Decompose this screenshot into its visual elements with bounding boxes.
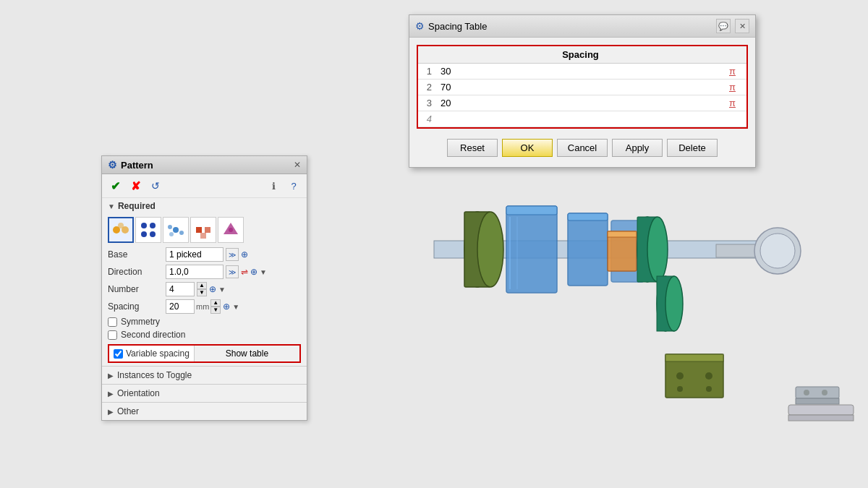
cancel-button[interactable]: ✘ xyxy=(127,177,144,194)
pattern-icon-1[interactable] xyxy=(108,217,134,243)
row-value-input[interactable] xyxy=(441,98,498,108)
confirm-button[interactable]: ✔ xyxy=(106,177,124,194)
spacing-property-row: Spacing mm ▲ ▼ ⊕ ▼ xyxy=(102,298,307,315)
svg-rect-32 xyxy=(788,405,854,415)
ok-button[interactable]: OK xyxy=(502,139,553,157)
instances-to-toggle-section[interactable]: ▶ Instances to Toggle xyxy=(102,366,307,384)
add-item-cell[interactable] xyxy=(436,111,746,127)
instances-collapse-icon: ▶ xyxy=(108,372,114,380)
symmetry-label: Symmetry xyxy=(121,317,160,327)
direction-expand-btn[interactable]: ≫ xyxy=(226,265,239,278)
variable-spacing-checkbox[interactable] xyxy=(114,349,123,359)
row-value-cell[interactable] xyxy=(436,80,725,95)
row-formula-icon[interactable]: π xyxy=(725,95,746,111)
svg-point-46 xyxy=(179,231,184,235)
row-formula-icon[interactable]: π xyxy=(725,64,746,80)
spacing-input[interactable] xyxy=(166,299,195,314)
show-table-label: Show table xyxy=(226,348,268,359)
variable-spacing-check-area[interactable]: Variable spacing xyxy=(109,346,194,361)
svg-point-45 xyxy=(168,225,172,229)
direction-dropdown-icon[interactable]: ▼ xyxy=(260,268,267,276)
reset-button[interactable]: Reset xyxy=(447,139,498,157)
svg-point-21 xyxy=(676,372,684,380)
pattern-icon-2[interactable] xyxy=(135,217,161,243)
table-row: 3 π xyxy=(418,95,746,111)
table-row: 2 π xyxy=(418,80,746,95)
cancel-button-dialog[interactable]: Cancel xyxy=(557,139,608,157)
number-increment-btn[interactable]: ▲ xyxy=(197,282,207,289)
delete-button[interactable]: Delete xyxy=(667,139,718,157)
refresh-button[interactable]: ↺ xyxy=(147,177,164,194)
direction-pick-icon[interactable]: ⊕ xyxy=(250,267,258,277)
second-direction-checkbox[interactable] xyxy=(108,330,117,340)
number-value-area: ▲ ▼ ⊕ ▼ xyxy=(166,282,301,296)
number-pick-icon[interactable]: ⊕ xyxy=(209,284,216,294)
base-expand-btn[interactable]: ≫ xyxy=(226,248,239,261)
orientation-label: Orientation xyxy=(117,388,160,398)
spacing-spinner: ▲ ▼ xyxy=(210,299,221,314)
direction-input[interactable] xyxy=(166,265,224,279)
orientation-collapse-icon: ▶ xyxy=(108,390,114,398)
help-button[interactable]: ? xyxy=(285,177,302,194)
dialog-chat-button[interactable]: 💬 xyxy=(716,19,731,33)
orientation-section[interactable]: ▶ Orientation xyxy=(102,384,307,402)
svg-rect-33 xyxy=(788,415,854,421)
apply-button[interactable]: Apply xyxy=(612,139,663,157)
svg-rect-50 xyxy=(200,233,206,239)
row-number: 3 xyxy=(418,95,436,111)
row-number: 2 xyxy=(418,80,436,95)
row-formula-icon[interactable]: π xyxy=(725,80,746,95)
pattern-title-icon: ⚙ xyxy=(108,159,117,171)
row-value-input[interactable] xyxy=(441,66,498,77)
help-icon: ? xyxy=(291,181,296,192)
symmetry-checkbox[interactable] xyxy=(108,317,117,327)
number-input[interactable] xyxy=(166,282,195,296)
pattern-panel: ⚙ Pattern ✕ ✔ ✘ ↺ ℹ ? ▼ Required xyxy=(101,155,307,421)
spacing-input-row: mm ▲ ▼ xyxy=(166,299,221,314)
svg-point-52 xyxy=(229,228,233,232)
svg-rect-28 xyxy=(796,387,839,398)
panel-toolbar: ✔ ✘ ↺ ℹ ? xyxy=(102,174,307,198)
pattern-icon-3[interactable] xyxy=(163,217,189,243)
base-input[interactable] xyxy=(166,247,224,262)
spacing-label: Spacing xyxy=(108,301,166,312)
svg-point-22 xyxy=(705,372,712,380)
svg-point-18 xyxy=(647,217,668,282)
svg-point-24 xyxy=(706,386,712,392)
info-button[interactable]: ℹ xyxy=(265,177,282,194)
base-label: Base xyxy=(108,249,166,260)
show-table-button[interactable]: Show table xyxy=(194,346,299,361)
refresh-icon: ↺ xyxy=(151,180,160,192)
pattern-icon-5[interactable] xyxy=(218,217,244,243)
base-pick-icon[interactable]: ⊕ xyxy=(241,249,248,260)
pattern-title-text: Pattern xyxy=(121,160,153,171)
spacing-increment-btn[interactable]: ▲ xyxy=(210,299,221,307)
svg-rect-48 xyxy=(196,227,202,233)
direction-reverse-icon[interactable]: ⇌ xyxy=(241,267,248,277)
base-value-area: ≫ ⊕ xyxy=(166,247,301,262)
pattern-icon-4[interactable] xyxy=(190,217,216,243)
spacing-dropdown-icon[interactable]: ▼ xyxy=(232,303,239,311)
spacing-pick-icon[interactable]: ⊕ xyxy=(223,301,230,312)
base-property-row: Base ≫ ⊕ xyxy=(102,246,307,263)
spacing-unit-label: mm xyxy=(196,302,209,311)
section-collapse-icon: ▼ xyxy=(108,202,115,210)
other-section[interactable]: ▶ Other xyxy=(102,402,307,420)
row-value-cell[interactable] xyxy=(436,95,725,111)
spacing-decrement-btn[interactable]: ▼ xyxy=(210,307,221,314)
panel-close-button[interactable]: ✕ xyxy=(294,160,301,170)
direction-label: Direction xyxy=(108,267,166,277)
dialog-close-button[interactable]: ✕ xyxy=(735,19,749,33)
row-value-cell[interactable] xyxy=(436,64,725,80)
svg-point-44 xyxy=(173,227,179,233)
number-dropdown-icon[interactable]: ▼ xyxy=(218,286,226,294)
row-value-input[interactable] xyxy=(441,82,498,93)
direction-property-row: Direction ≫ ⇌ ⊕ ▼ xyxy=(102,263,307,281)
add-item-row[interactable]: 4 xyxy=(418,111,746,127)
other-label: Other xyxy=(117,406,139,416)
svg-point-42 xyxy=(141,231,147,237)
dialog-controls: 💬 ✕ xyxy=(716,19,749,33)
number-decrement-btn[interactable]: ▼ xyxy=(197,289,207,296)
variable-spacing-row: Variable spacing Show table xyxy=(108,344,301,363)
second-direction-label: Second direction xyxy=(121,330,185,340)
